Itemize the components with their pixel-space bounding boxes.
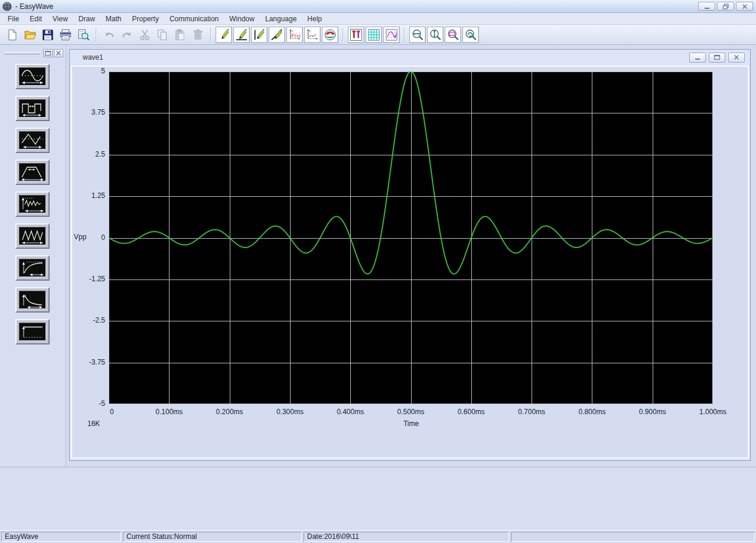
draw-vertical-button[interactable]	[251, 27, 268, 43]
palette-drag-grip[interactable]	[4, 52, 40, 54]
x-tick-label: 0	[110, 408, 128, 416]
wave-window-close-button[interactable]	[728, 53, 745, 63]
menu-item-edit[interactable]: Edit	[24, 14, 47, 24]
redo-icon	[120, 28, 133, 41]
communication-icon	[324, 28, 337, 41]
y-tick-label: 3.75	[76, 108, 105, 116]
print-icon	[59, 28, 72, 41]
svg-text:Y: Y	[309, 29, 311, 32]
menu-item-property[interactable]: Property	[127, 14, 164, 24]
save-button[interactable]	[40, 27, 56, 43]
palette-controls	[42, 49, 63, 57]
wave-window-title: wave1	[83, 53, 103, 61]
status-section-3	[511, 532, 755, 542]
x-tick-label: 0.100ms	[142, 408, 195, 416]
y-tick-label: 0	[76, 233, 105, 242]
sine-icon	[19, 67, 46, 86]
sample-count-label: 16K	[87, 420, 100, 428]
new-file-button[interactable]	[4, 27, 21, 43]
x-tick-label: 0.900ms	[626, 408, 679, 416]
wave-window-controls	[689, 53, 750, 63]
zoom-box-icon	[447, 28, 460, 41]
open-file-button[interactable]	[22, 27, 38, 43]
x-tick-label: 0.200ms	[203, 408, 256, 416]
x-tick-label: 0.600ms	[445, 408, 498, 416]
paste-icon	[174, 28, 187, 41]
grid-toggle-button[interactable]	[366, 27, 382, 43]
toolbar-separator	[404, 28, 405, 42]
delete-button[interactable]	[190, 27, 206, 43]
fit-view-button[interactable]	[383, 27, 400, 43]
menu-item-window[interactable]: Window	[224, 14, 260, 24]
window-restore-button[interactable]	[717, 2, 734, 11]
cut-icon	[138, 28, 151, 41]
triangle-icon	[19, 131, 46, 149]
y-tick-label: 1.25	[76, 191, 105, 200]
zoom-restore-icon	[464, 28, 477, 41]
menu-item-communication[interactable]: Communication	[164, 14, 224, 24]
undo-icon	[103, 28, 116, 41]
palette-buttons	[0, 64, 65, 344]
waveform-plot[interactable]	[109, 71, 713, 404]
print-preview-icon	[77, 28, 90, 41]
zoom-vertical-icon	[429, 28, 442, 41]
equation-icon: YF(x)	[288, 28, 301, 41]
draw-pen-icon	[217, 28, 230, 41]
delete-icon	[191, 28, 204, 41]
zoom-horizontal-button[interactable]	[409, 27, 426, 43]
draw-line-icon	[271, 28, 284, 41]
print-preview-button[interactable]	[75, 27, 92, 43]
print-button[interactable]	[57, 27, 74, 43]
menu-item-file[interactable]: File	[2, 14, 24, 24]
menu-item-view[interactable]: View	[47, 14, 73, 24]
status-section-0: EasyWave	[1, 532, 121, 542]
y-tick-label: 2.5	[76, 150, 105, 158]
equation-editor-button[interactable]: YF(x)	[286, 27, 303, 43]
communication-button[interactable]	[322, 27, 338, 43]
menu-item-math[interactable]: Math	[100, 14, 127, 24]
wave-window-titlebar[interactable]: wave1	[70, 50, 750, 65]
undo-button[interactable]	[101, 27, 118, 43]
palette-dc-wave-button[interactable]	[15, 319, 50, 344]
window-close-button[interactable]	[736, 2, 753, 11]
zoom-restore-button[interactable]	[462, 27, 479, 43]
palette-noise-wave-button[interactable]	[15, 191, 50, 217]
redo-button[interactable]	[119, 27, 135, 43]
draw-vertical-icon	[253, 28, 266, 41]
zoom-horizontal-icon	[411, 28, 424, 41]
menu-item-help[interactable]: Help	[302, 14, 327, 24]
palette-exp-rise-wave-button[interactable]	[15, 255, 50, 281]
draw-freehand-button[interactable]	[216, 27, 232, 43]
window-minimize-button[interactable]	[698, 2, 715, 11]
palette-header	[4, 48, 63, 57]
status-section-1: Current Status:Normal	[123, 532, 302, 542]
title-bar[interactable]: - EasyWave	[0, 0, 756, 13]
menu-item-language[interactable]: Language	[260, 14, 302, 24]
draw-line-button[interactable]	[269, 27, 285, 43]
menu-bar: FileEditViewDrawMathPropertyCommunicatio…	[0, 13, 756, 25]
coordinate-editor-button[interactable]: Y	[304, 27, 321, 43]
status-bar: EasyWaveCurrent Status:NormalDate:2016\0…	[0, 530, 756, 543]
wave-window-minimize-button[interactable]	[689, 53, 706, 63]
open-file-icon	[24, 28, 37, 41]
menu-item-draw[interactable]: Draw	[73, 14, 100, 24]
zoom-box-button[interactable]	[445, 27, 461, 43]
palette-triangle-wave-button[interactable]	[15, 128, 50, 153]
palette-sine-wave-button[interactable]	[15, 64, 50, 89]
x-tick-label: 0.800ms	[565, 408, 618, 416]
app-logo-icon	[2, 2, 12, 11]
wave-window-maximize-button[interactable]	[709, 53, 725, 63]
palette-square-wave-button[interactable]	[15, 96, 50, 121]
palette-sawtooth-wave-button[interactable]	[15, 223, 50, 249]
zoom-vertical-button[interactable]	[427, 27, 444, 43]
palette-trapezoid-wave-button[interactable]	[15, 160, 50, 185]
palette-close-button[interactable]	[54, 49, 63, 57]
draw-horizontal-button[interactable]	[233, 27, 250, 43]
paste-button[interactable]	[172, 27, 188, 43]
palette-exp-fall-wave-button[interactable]	[15, 287, 50, 313]
square-icon	[19, 99, 46, 118]
markers-button[interactable]	[348, 27, 364, 43]
palette-maximize-button[interactable]	[43, 49, 53, 57]
copy-button[interactable]	[154, 27, 171, 43]
cut-button[interactable]	[136, 27, 153, 43]
